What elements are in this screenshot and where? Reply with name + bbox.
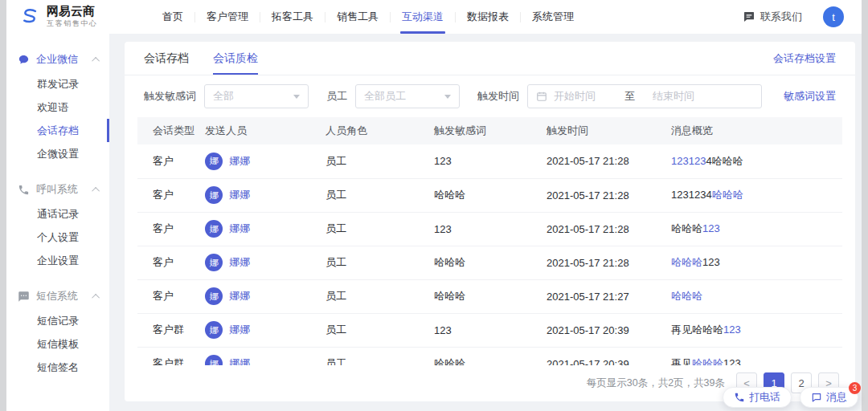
sender-name-link[interactable]: 娜娜 (229, 154, 250, 169)
column-header: 人员角色 (326, 117, 434, 144)
sender-name-link[interactable]: 娜娜 (229, 323, 250, 337)
cell-message[interactable]: 1231234哈哈哈 (671, 178, 842, 212)
chevron-down-icon (293, 95, 300, 99)
sender-name-link[interactable]: 娜娜 (229, 222, 250, 236)
user-avatar[interactable]: t (823, 6, 844, 27)
cell-time: 2021-05-17 21:28 (547, 246, 671, 279)
staff-label: 员工 (326, 89, 347, 104)
sidebar-group-sms-system: 短信系统短信记录短信模板短信签名 (6, 283, 109, 379)
table-row[interactable]: 客户娜娜娜员工哈哈哈2021-05-17 21:281231234哈哈哈 (137, 178, 842, 212)
cell-message[interactable]: 再见哈哈哈123 (671, 313, 842, 347)
cell-role: 员工 (326, 313, 434, 347)
body-row: 企业微信群发记录欢迎语会话存档企微设置呼叫系统通话记录个人设置企业设置短信系统短… (6, 34, 862, 411)
table-row[interactable]: 客户娜娜娜员工1232021-05-17 21:28哈哈哈123 (137, 212, 842, 246)
nav-item-prospecting-tools[interactable]: 拓客工具 (260, 0, 325, 34)
column-header: 消息概览 (671, 117, 842, 144)
brand-subtitle: 互客销售中心 (47, 18, 98, 29)
main-nav: 首页客户管理拓客工具销售工具互动渠道数据报表系统管理 (151, 0, 585, 34)
sender-avatar: 娜 (205, 153, 223, 170)
table-row[interactable]: 客户群娜娜娜员工1232021-05-17 20:39再见哈哈哈123 (137, 313, 842, 347)
nav-item-customer-management[interactable]: 客户管理 (195, 0, 260, 34)
sidebar-group-header-enterprise-wechat[interactable]: 企业微信 (6, 47, 109, 72)
floating-actions: 打电话 消息 3 (723, 387, 858, 408)
table-row[interactable]: 客户群娜娜娜员工哈哈哈2021-05-17 20:39再见哈哈哈123 (137, 347, 842, 365)
archive-settings-link[interactable]: 会话存档设置 (773, 42, 836, 75)
tab-chat-archive[interactable]: 会话存档 (144, 42, 189, 75)
sender-cell: 娜娜娜 (205, 220, 326, 238)
sender-avatar: 娜 (205, 355, 223, 365)
nav-item-label: 数据报表 (467, 10, 509, 24)
cell-chat-type: 客户 (137, 246, 205, 279)
cell-time: 2021-05-17 21:28 (547, 212, 671, 246)
cell-sender: 娜娜娜 (205, 347, 326, 365)
sidebar-group-header-call-system[interactable]: 呼叫系统 (6, 177, 109, 202)
staff-select[interactable]: 全部员工 (355, 84, 460, 108)
sender-cell: 娜娜娜 (205, 186, 326, 204)
cell-chat-type: 客户 (137, 212, 205, 246)
message-button[interactable]: 消息 3 (800, 387, 858, 408)
cell-message[interactable]: 1231234哈哈哈 (671, 144, 842, 178)
sender-cell: 娜娜娜 (205, 321, 326, 339)
cell-message[interactable]: 哈哈哈123 (671, 212, 842, 246)
sidebar-group-call-system: 呼叫系统通话记录个人设置企业设置 (6, 177, 109, 272)
sensitive-word-label: 触发敏感词 (144, 89, 196, 104)
filter-bar: 触发敏感词 全部 员工 全部员工 触发时间 (144, 83, 836, 109)
sidebar-item-sms-records[interactable]: 短信记录 (6, 309, 109, 332)
sender-name-link[interactable]: 娜娜 (229, 188, 250, 202)
nav-item-sales-tools[interactable]: 销售工具 (326, 0, 390, 34)
sender-cell: 娜娜娜 (205, 287, 326, 305)
table-row[interactable]: 客户娜娜娜员工哈哈哈2021-05-17 21:28哈哈哈123 (137, 246, 842, 279)
cell-chat-type: 客户群 (137, 347, 205, 365)
table-row[interactable]: 客户娜娜娜员工哈哈哈2021-05-17 21:27哈哈哈 (137, 279, 842, 313)
cell-sender: 娜娜娜 (205, 313, 326, 347)
cell-time: 2021-05-17 20:39 (547, 313, 671, 347)
nav-item-label: 拓客工具 (272, 10, 313, 24)
column-header: 发送人员 (205, 117, 326, 144)
cell-role: 员工 (326, 347, 434, 365)
nav-item-data-reports[interactable]: 数据报表 (456, 0, 520, 34)
content-area: 会话存档会话质检 会话存档设置 触发敏感词 全部 员工 全部员工 (109, 34, 862, 411)
sender-name-link[interactable]: 娜娜 (229, 255, 250, 270)
sidebar-item-chat-archive[interactable]: 会话存档 (6, 119, 109, 142)
message-text: 再见 (671, 357, 692, 365)
message-highlight: 123123 (671, 155, 706, 167)
chevron-up-icon (92, 56, 100, 64)
sidebar-item-sms-signatures[interactable]: 短信签名 (6, 356, 109, 379)
sidebar-item-wecom-settings[interactable]: 企微设置 (6, 142, 109, 165)
sender-avatar: 娜 (205, 186, 223, 204)
message-text: 哈哈哈 (671, 222, 702, 234)
nav-item-system-management[interactable]: 系统管理 (521, 0, 585, 34)
sidebar-group-header-sms-system[interactable]: 短信系统 (6, 283, 109, 309)
time-range-input[interactable]: 开始时间 至 结束时间 (527, 84, 762, 108)
sidebar-item-personal-settings[interactable]: 个人设置 (6, 226, 109, 249)
sensitive-word-select[interactable]: 全部 (204, 84, 309, 108)
cell-role: 员工 (326, 178, 434, 212)
sensitive-word-value: 全部 (213, 89, 234, 104)
nav-item-home[interactable]: 首页 (151, 0, 194, 34)
call-button[interactable]: 打电话 (723, 387, 792, 408)
sidebar-item-welcome-message[interactable]: 欢迎语 (6, 96, 109, 119)
contact-us-button[interactable]: 联系我们 (743, 10, 802, 24)
phone-icon (18, 184, 30, 196)
cell-message[interactable]: 哈哈哈123 (671, 246, 842, 279)
message-highlight: 123 (723, 324, 741, 336)
chevron-up-icon (92, 293, 100, 301)
sidebar-item-sms-templates[interactable]: 短信模板 (6, 332, 109, 356)
sender-name-link[interactable]: 娜娜 (229, 356, 250, 365)
tab-chat-quality-check[interactable]: 会话质检 (213, 42, 258, 75)
cell-message[interactable]: 哈哈哈 (671, 279, 842, 313)
cell-role: 员工 (326, 246, 434, 279)
sidebar-item-group-send-records[interactable]: 群发记录 (6, 72, 109, 96)
logo-text: 网易云商 互客销售中心 (47, 5, 98, 29)
sensitive-word-settings-link[interactable]: 敏感词设置 (784, 89, 836, 104)
sidebar-item-enterprise-settings[interactable]: 企业设置 (6, 249, 109, 272)
message-text: 123 (723, 357, 741, 365)
chat-quality-table: 会话类型发送人员人员角色触发敏感词触发时间消息概览 客户娜娜娜员工1232021… (137, 117, 842, 365)
sender-name-link[interactable]: 娜娜 (229, 289, 250, 303)
sender-cell: 娜娜娜 (205, 153, 326, 170)
tabs: 会话存档会话质检 (144, 42, 258, 75)
nav-item-engagement-channels[interactable]: 互动渠道 (391, 0, 455, 34)
table-row[interactable]: 客户娜娜娜员工1232021-05-17 21:281231234哈哈哈 (137, 144, 842, 178)
cell-message[interactable]: 再见哈哈哈123 (671, 347, 842, 365)
sidebar-item-call-records[interactable]: 通话记录 (6, 202, 109, 226)
